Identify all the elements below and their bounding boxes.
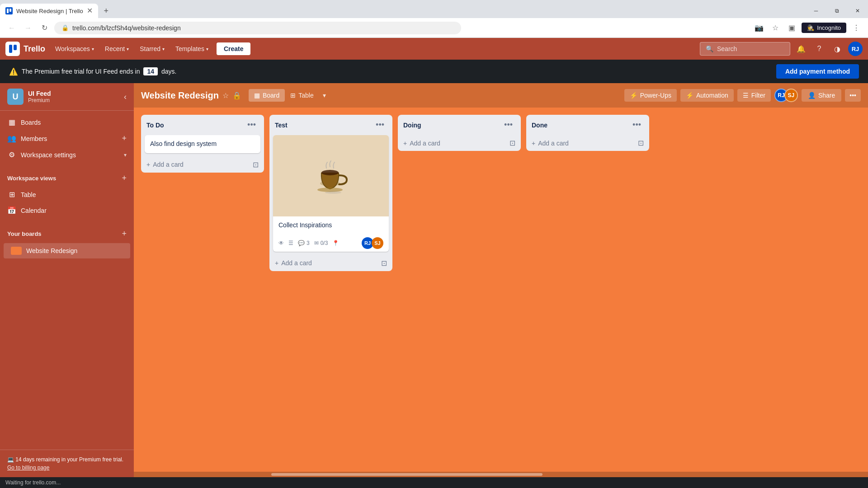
settings-icon: ⚙ [7, 150, 16, 159]
svg-point-4 [321, 170, 339, 175]
board-visibility-button[interactable]: 🔒 [232, 91, 241, 100]
card-collect-inspirations[interactable]: Collect Inspirations 👁 ☰ 💬 [273, 135, 389, 252]
sidebar-item-workspace-settings[interactable]: ⚙ Workspace settings ▾ [0, 147, 134, 163]
boards-icon: ▦ [7, 118, 16, 127]
add-member-button[interactable]: + [122, 134, 127, 143]
bookmark-icon[interactable]: ☆ [769, 22, 782, 34]
plus-icon: + [275, 259, 278, 267]
notifications-button[interactable]: 🔔 [794, 42, 808, 56]
active-tab[interactable]: Website Redesign | Trello ✕ [0, 4, 98, 18]
list-todo-menu-button[interactable]: ••• [245, 119, 259, 131]
user-avatar[interactable]: RJ [848, 42, 863, 56]
coffee-cup-image [313, 155, 349, 196]
list-icon: ☰ [288, 240, 293, 246]
status-bar: Waiting for trello.com... [0, 477, 868, 488]
camera-icon[interactable]: 📷 [753, 22, 765, 34]
refresh-button[interactable]: ↻ [38, 22, 51, 34]
close-button[interactable]: ✕ [847, 2, 868, 20]
board-star-button[interactable]: ☆ [222, 91, 229, 100]
power-ups-button[interactable]: ⚡ Power-Ups [624, 89, 677, 102]
add-card-test-button[interactable]: + Add a card ⊡ [269, 255, 392, 271]
filter-button[interactable]: ☰ Filter [737, 89, 771, 102]
recent-menu[interactable]: Recent ▾ [100, 42, 133, 55]
nav-right: 🔍 Search 🔔 ? ◑ RJ [700, 42, 863, 56]
list-done-header: Done ••• [526, 115, 649, 135]
sidebar-item-boards[interactable]: ▦ Boards [0, 114, 134, 130]
board-more-button[interactable]: ••• [845, 89, 861, 102]
search-input[interactable]: 🔍 Search [700, 42, 790, 56]
card-template-icon[interactable]: ⊡ [509, 139, 515, 147]
table-icon: ⊞ [7, 190, 16, 199]
list-done: Done ••• + Add a card ⊡ [526, 115, 649, 151]
sidebar-item-table[interactable]: ⊞ Table [0, 187, 134, 202]
new-tab-button[interactable]: + [100, 5, 113, 17]
checklist-badge: ✉ 0/3 [314, 240, 328, 246]
share-icon: 👤 [808, 92, 816, 99]
main-layout: U UI Feed Premium ‹ ▦ Boards 👥 Members [0, 83, 868, 477]
members-icon: 👥 [7, 134, 16, 143]
list-doing-menu-button[interactable]: ••• [501, 119, 515, 131]
add-card-doing-button[interactable]: + Add a card ⊡ [398, 135, 521, 151]
sidebar-icon[interactable]: ▣ [785, 22, 798, 34]
add-view-button[interactable]: + [122, 174, 127, 183]
share-button[interactable]: 👤 Share [802, 89, 841, 102]
card-avatar-sj[interactable]: SJ [372, 237, 383, 249]
theme-button[interactable]: ◑ [830, 42, 844, 56]
add-card-todo-button[interactable]: + Add a card ⊡ [141, 157, 264, 173]
create-button[interactable]: Create [217, 42, 251, 55]
card-template-icon[interactable]: ⊡ [253, 160, 259, 169]
your-boards-section: Your boards + Website Redesign [0, 222, 134, 263]
back-button[interactable]: ← [5, 22, 18, 34]
help-button[interactable]: ? [812, 42, 826, 56]
board-title: Website Redesign [141, 90, 219, 101]
menu-icon[interactable]: ⋮ [850, 22, 863, 34]
card-template-icon[interactable]: ⊡ [638, 139, 644, 147]
url-bar[interactable]: 🔒 trello.com/b/lzcfSh4q/website-redesign [54, 22, 461, 34]
address-icons: 📷 ☆ ▣ 🕵 Incognito ⋮ [753, 22, 863, 34]
minimize-button[interactable]: ─ [806, 2, 826, 20]
scrollbar-thumb[interactable] [271, 473, 542, 476]
table-view-button[interactable]: ⊞ Table [285, 89, 319, 102]
sidebar-item-members[interactable]: 👥 Members + [0, 130, 134, 147]
app: Trello Workspaces ▾ Recent ▾ Starred ▾ T… [0, 38, 868, 488]
more-views-button[interactable]: ▾ [319, 89, 330, 102]
top-nav: Trello Workspaces ▾ Recent ▾ Starred ▾ T… [0, 38, 868, 60]
incognito-button[interactable]: 🕵 Incognito [802, 23, 846, 33]
kanban-area: To Do ••• Also find design system + Add … [134, 108, 868, 472]
warning-icon: ⚠️ [9, 67, 18, 76]
board-view-button[interactable]: ▦ Board [249, 89, 285, 102]
workspaces-menu[interactable]: Workspaces ▾ [51, 42, 99, 55]
member-avatar-sj[interactable]: SJ [784, 89, 798, 102]
board-area: Website Redesign ☆ 🔒 ▦ Board ⊞ Table ▾ [134, 83, 868, 477]
add-payment-button[interactable]: Add payment method [776, 64, 859, 79]
card-also-find[interactable]: Also find design system [145, 135, 260, 153]
table-icon: ⊞ [290, 92, 296, 99]
list-doing-header: Doing ••• [398, 115, 521, 135]
address-bar: ← → ↻ 🔒 trello.com/b/lzcfSh4q/website-re… [0, 18, 868, 38]
tab-close-icon[interactable]: ✕ [87, 7, 93, 14]
workspace-header: U UI Feed Premium ‹ [0, 83, 134, 111]
days-badge: 14 [143, 67, 158, 75]
list-doing: Doing ••• + Add a card ⊡ [398, 115, 521, 151]
list-todo: To Do ••• Also find design system + Add … [141, 115, 264, 173]
billing-link[interactable]: Go to billing page [7, 465, 49, 471]
automation-button[interactable]: ⚡ Automation [680, 89, 734, 102]
filter-icon: ☰ [743, 92, 749, 99]
svg-rect-1 [9, 9, 11, 12]
horizontal-scrollbar[interactable] [134, 472, 868, 477]
trello-logo[interactable]: Trello [5, 42, 45, 56]
card-template-icon[interactable]: ⊡ [381, 259, 387, 267]
templates-menu[interactable]: Templates ▾ [171, 42, 213, 55]
collapse-sidebar-button[interactable]: ‹ [124, 92, 127, 102]
sidebar-item-calendar[interactable]: 📅 Calendar [0, 202, 134, 218]
maximize-button[interactable]: ⧉ [826, 2, 847, 20]
starred-menu[interactable]: Starred ▾ [135, 42, 169, 55]
add-card-done-button[interactable]: + Add a card ⊡ [526, 135, 649, 151]
chevron-down-icon: ▾ [206, 47, 208, 52]
list-done-menu-button[interactable]: ••• [630, 119, 644, 131]
forward-button[interactable]: → [22, 22, 34, 34]
sidebar: U UI Feed Premium ‹ ▦ Boards 👥 Members [0, 83, 134, 477]
add-board-button[interactable]: + [122, 229, 127, 239]
list-test-menu-button[interactable]: ••• [373, 119, 387, 131]
sidebar-item-website-redesign[interactable]: Website Redesign [4, 243, 130, 258]
